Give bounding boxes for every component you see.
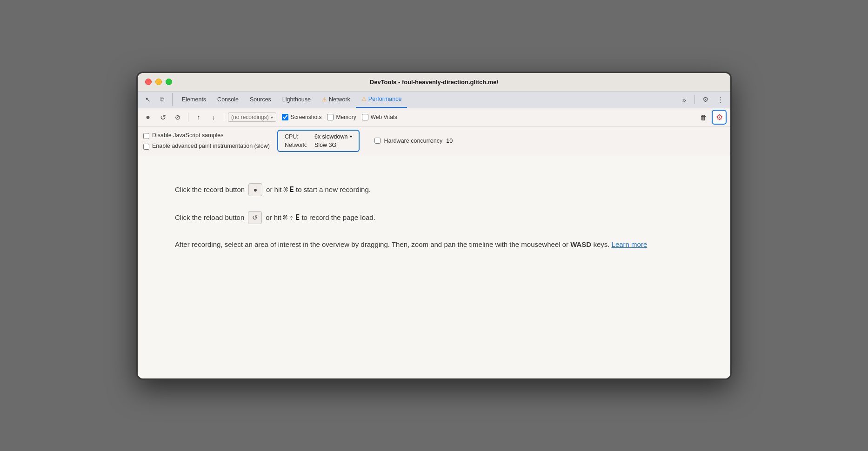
tab-lighthouse[interactable]: Lighthouse — [277, 91, 316, 108]
memory-checkbox[interactable] — [327, 114, 334, 120]
capture-settings-icon: ⚙ — [716, 113, 723, 122]
tab-network[interactable]: ⚠ Network — [316, 91, 356, 108]
screenshots-label[interactable]: Screenshots — [291, 114, 322, 120]
record-line-prefix: Click the record button — [175, 186, 245, 193]
window-title: DevTools - foul-heavenly-direction.glitc… — [370, 79, 498, 86]
more-tabs-icon: » — [682, 96, 686, 104]
memory-checkbox-group: Memory — [327, 114, 356, 120]
wasd-keys: WASD — [570, 240, 591, 248]
cpu-dropdown-arrow[interactable]: ▾ — [350, 134, 352, 139]
settings-gear-button[interactable]: ⚙ — [699, 93, 712, 106]
network-label: Network: — [285, 142, 311, 148]
toolbar-left-icons: ↖ ⧉ — [141, 93, 173, 106]
hw-concurrency-group: Hardware concurrency 10 — [374, 138, 453, 144]
network-row: Network: Slow 3G — [285, 142, 352, 148]
disable-js-row: Disable JavaScript samples — [143, 132, 270, 139]
cursor-icon: ↖ — [145, 96, 151, 103]
cpu-value-text: 6x slowdown — [314, 133, 348, 140]
disable-js-checkbox[interactable] — [143, 133, 149, 139]
maximize-button[interactable] — [166, 79, 172, 85]
hw-concurrency-value: 10 — [446, 138, 453, 144]
dots-menu-icon: ⋮ — [717, 95, 724, 104]
upload-icon: ↑ — [197, 113, 200, 121]
cpu-row: CPU: 6x slowdown ▾ — [285, 133, 352, 140]
recording-select[interactable]: (no recordings) ▾ — [228, 113, 276, 122]
description-text: After recording, select an area of inter… — [175, 239, 693, 250]
devtools-tabs-row: ↖ ⧉ Elements Console Sources Lighthouse … — [138, 92, 730, 108]
download-icon: ↓ — [212, 113, 215, 121]
enable-paint-checkbox[interactable] — [143, 144, 149, 150]
tab-elements[interactable]: Elements — [176, 91, 212, 108]
tab-performance[interactable]: ⚠ Performance — [356, 91, 407, 108]
tab-sources[interactable]: Sources — [244, 91, 277, 108]
toolbar-divider-1 — [188, 113, 188, 122]
reload-instruction: Click the reload button ↺ or hit ⌘ ⇧ E t… — [175, 211, 693, 224]
more-options-button[interactable]: ⋮ — [714, 93, 727, 106]
tab-network-label: Network — [329, 96, 350, 103]
reload-icon-inline: ↺ — [248, 211, 262, 224]
select-arrow-icon: ▾ — [271, 115, 273, 120]
devtools-window: DevTools - foul-heavenly-direction.glitc… — [136, 72, 732, 380]
reload-line-prefix: Click the reload button — [175, 213, 244, 221]
network-warning-icon: ⚠ — [322, 96, 327, 103]
record-icon: ● — [146, 113, 150, 121]
enable-paint-label[interactable]: Enable advanced paint instrumentation (s… — [152, 143, 270, 149]
recording-select-text: (no recordings) — [231, 114, 269, 120]
clone-icon: ⧉ — [160, 96, 164, 103]
hw-concurrency-checkbox[interactable] — [374, 138, 381, 144]
memory-label[interactable]: Memory — [336, 114, 356, 120]
reload-line-suffix: or hit ⌘ ⇧ E to record the page load. — [266, 213, 375, 222]
performance-warning-icon: ⚠ — [361, 96, 367, 102]
reload-icon: ↺ — [160, 113, 166, 122]
tab-sources-label: Sources — [250, 96, 271, 103]
network-value: Slow 3G — [314, 142, 336, 148]
stop-button[interactable]: ⊘ — [171, 111, 184, 124]
cpu-label: CPU: — [285, 133, 311, 140]
reload-record-button[interactable]: ↺ — [156, 111, 169, 124]
trash-icon: 🗑 — [700, 113, 707, 121]
traffic-lights — [145, 79, 172, 85]
web-vitals-checkbox[interactable] — [362, 114, 368, 120]
clone-icon-button[interactable]: ⧉ — [155, 93, 168, 106]
screenshots-checkbox[interactable] — [282, 114, 288, 120]
hw-concurrency-label[interactable]: Hardware concurrency — [384, 138, 443, 144]
minimize-button[interactable] — [155, 79, 162, 85]
disable-js-label[interactable]: Disable JavaScript samples — [152, 132, 224, 139]
tab-elements-label: Elements — [182, 96, 206, 103]
record-icon-inline: ● — [248, 183, 262, 196]
upload-button[interactable]: ↑ — [192, 111, 205, 124]
title-bar: DevTools - foul-heavenly-direction.glitc… — [138, 73, 730, 92]
options-checkboxes: Disable JavaScript samples Enable advanc… — [143, 132, 270, 150]
capture-settings-button[interactable]: ⚙ — [712, 110, 727, 125]
record-button[interactable]: ● — [141, 111, 154, 124]
gear-icon: ⚙ — [702, 95, 708, 104]
options-row: Disable JavaScript samples Enable advanc… — [138, 127, 730, 155]
cursor-icon-button[interactable]: ↖ — [141, 93, 154, 106]
download-button[interactable]: ↓ — [207, 111, 220, 124]
main-content: Click the record button ● or hit ⌘ E to … — [138, 155, 730, 378]
tab-console-label: Console — [217, 96, 239, 103]
tab-lighthouse-label: Lighthouse — [282, 96, 311, 103]
web-vitals-label[interactable]: Web Vitals — [371, 114, 397, 120]
enable-paint-row: Enable advanced paint instrumentation (s… — [143, 143, 270, 150]
screenshots-checkbox-group: Screenshots — [282, 114, 322, 120]
toolbar-divider-2 — [224, 113, 224, 122]
cpu-network-box: CPU: 6x slowdown ▾ Network: Slow 3G — [277, 130, 360, 152]
delete-recording-button[interactable]: 🗑 — [697, 111, 710, 124]
learn-more-link[interactable]: Learn more — [612, 240, 648, 248]
cpu-value: 6x slowdown ▾ — [314, 133, 352, 140]
devtools-content: DevTools - foul-heavenly-direction.glitc… — [138, 73, 730, 378]
tabs-right-controls: » ⚙ ⋮ — [678, 93, 727, 106]
web-vitals-checkbox-group: Web Vitals — [362, 114, 397, 120]
stop-icon: ⊘ — [175, 113, 180, 121]
desc-line: After recording, select an area of inter… — [175, 240, 568, 248]
more-tabs-button[interactable]: » — [678, 93, 691, 106]
performance-toolbar: ● ↺ ⊘ ↑ ↓ (no recordings) ▾ Screens — [138, 108, 730, 127]
record-line-suffix: or hit ⌘ E to start a new recording. — [266, 186, 371, 194]
desc-keys: keys. — [593, 240, 609, 248]
tabs-divider — [694, 95, 695, 104]
close-button[interactable] — [145, 79, 152, 85]
tab-performance-label: Performance — [368, 96, 402, 102]
tab-console[interactable]: Console — [212, 91, 244, 108]
record-instruction: Click the record button ● or hit ⌘ E to … — [175, 183, 693, 196]
